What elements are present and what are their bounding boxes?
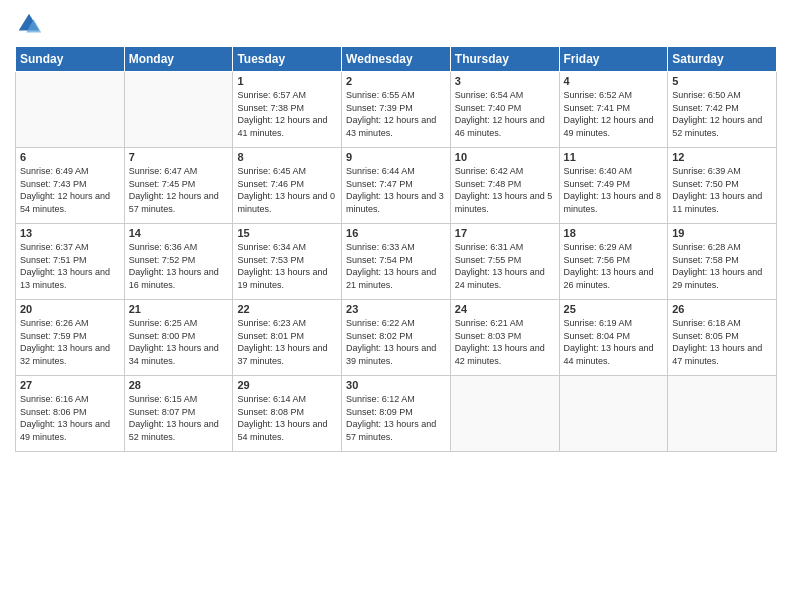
day-info: Sunrise: 6:47 AM Sunset: 7:45 PM Dayligh… [129,165,229,215]
day-number: 24 [455,303,555,315]
calendar-table: SundayMondayTuesdayWednesdayThursdayFrid… [15,46,777,452]
weekday-header: Friday [559,47,668,72]
day-number: 1 [237,75,337,87]
calendar-cell: 28Sunrise: 6:15 AM Sunset: 8:07 PM Dayli… [124,376,233,452]
weekday-header: Wednesday [342,47,451,72]
day-info: Sunrise: 6:19 AM Sunset: 8:04 PM Dayligh… [564,317,664,367]
day-number: 20 [20,303,120,315]
day-number: 21 [129,303,229,315]
calendar-cell [559,376,668,452]
day-info: Sunrise: 6:50 AM Sunset: 7:42 PM Dayligh… [672,89,772,139]
day-info: Sunrise: 6:55 AM Sunset: 7:39 PM Dayligh… [346,89,446,139]
day-info: Sunrise: 6:15 AM Sunset: 8:07 PM Dayligh… [129,393,229,443]
calendar-week-row: 6Sunrise: 6:49 AM Sunset: 7:43 PM Daylig… [16,148,777,224]
calendar-cell: 5Sunrise: 6:50 AM Sunset: 7:42 PM Daylig… [668,72,777,148]
day-info: Sunrise: 6:45 AM Sunset: 7:46 PM Dayligh… [237,165,337,215]
calendar-cell: 1Sunrise: 6:57 AM Sunset: 7:38 PM Daylig… [233,72,342,148]
day-number: 28 [129,379,229,391]
calendar-cell: 27Sunrise: 6:16 AM Sunset: 8:06 PM Dayli… [16,376,125,452]
day-info: Sunrise: 6:42 AM Sunset: 7:48 PM Dayligh… [455,165,555,215]
calendar-cell: 19Sunrise: 6:28 AM Sunset: 7:58 PM Dayli… [668,224,777,300]
calendar-cell: 20Sunrise: 6:26 AM Sunset: 7:59 PM Dayli… [16,300,125,376]
day-number: 6 [20,151,120,163]
calendar-header: SundayMondayTuesdayWednesdayThursdayFrid… [16,47,777,72]
calendar-body: 1Sunrise: 6:57 AM Sunset: 7:38 PM Daylig… [16,72,777,452]
day-info: Sunrise: 6:54 AM Sunset: 7:40 PM Dayligh… [455,89,555,139]
day-number: 22 [237,303,337,315]
day-number: 18 [564,227,664,239]
calendar-cell: 24Sunrise: 6:21 AM Sunset: 8:03 PM Dayli… [450,300,559,376]
day-info: Sunrise: 6:21 AM Sunset: 8:03 PM Dayligh… [455,317,555,367]
day-number: 4 [564,75,664,87]
calendar-cell: 16Sunrise: 6:33 AM Sunset: 7:54 PM Dayli… [342,224,451,300]
header [15,10,777,38]
calendar-cell: 14Sunrise: 6:36 AM Sunset: 7:52 PM Dayli… [124,224,233,300]
day-number: 10 [455,151,555,163]
calendar-cell: 4Sunrise: 6:52 AM Sunset: 7:41 PM Daylig… [559,72,668,148]
day-number: 23 [346,303,446,315]
day-info: Sunrise: 6:16 AM Sunset: 8:06 PM Dayligh… [20,393,120,443]
day-number: 8 [237,151,337,163]
day-info: Sunrise: 6:22 AM Sunset: 8:02 PM Dayligh… [346,317,446,367]
day-number: 29 [237,379,337,391]
calendar-cell: 9Sunrise: 6:44 AM Sunset: 7:47 PM Daylig… [342,148,451,224]
calendar-cell: 11Sunrise: 6:40 AM Sunset: 7:49 PM Dayli… [559,148,668,224]
logo-icon [15,10,43,38]
day-info: Sunrise: 6:34 AM Sunset: 7:53 PM Dayligh… [237,241,337,291]
day-info: Sunrise: 6:23 AM Sunset: 8:01 PM Dayligh… [237,317,337,367]
calendar-cell: 25Sunrise: 6:19 AM Sunset: 8:04 PM Dayli… [559,300,668,376]
calendar-week-row: 1Sunrise: 6:57 AM Sunset: 7:38 PM Daylig… [16,72,777,148]
day-info: Sunrise: 6:18 AM Sunset: 8:05 PM Dayligh… [672,317,772,367]
calendar-week-row: 13Sunrise: 6:37 AM Sunset: 7:51 PM Dayli… [16,224,777,300]
weekday-header: Sunday [16,47,125,72]
day-number: 5 [672,75,772,87]
day-number: 9 [346,151,446,163]
calendar-cell: 15Sunrise: 6:34 AM Sunset: 7:53 PM Dayli… [233,224,342,300]
day-info: Sunrise: 6:52 AM Sunset: 7:41 PM Dayligh… [564,89,664,139]
day-info: Sunrise: 6:37 AM Sunset: 7:51 PM Dayligh… [20,241,120,291]
day-number: 25 [564,303,664,315]
day-info: Sunrise: 6:44 AM Sunset: 7:47 PM Dayligh… [346,165,446,215]
calendar-week-row: 20Sunrise: 6:26 AM Sunset: 7:59 PM Dayli… [16,300,777,376]
day-info: Sunrise: 6:26 AM Sunset: 7:59 PM Dayligh… [20,317,120,367]
calendar-cell: 12Sunrise: 6:39 AM Sunset: 7:50 PM Dayli… [668,148,777,224]
day-number: 13 [20,227,120,239]
day-info: Sunrise: 6:29 AM Sunset: 7:56 PM Dayligh… [564,241,664,291]
day-info: Sunrise: 6:39 AM Sunset: 7:50 PM Dayligh… [672,165,772,215]
day-number: 19 [672,227,772,239]
day-info: Sunrise: 6:57 AM Sunset: 7:38 PM Dayligh… [237,89,337,139]
day-info: Sunrise: 6:25 AM Sunset: 8:00 PM Dayligh… [129,317,229,367]
weekday-header: Tuesday [233,47,342,72]
day-number: 17 [455,227,555,239]
day-number: 3 [455,75,555,87]
calendar-cell: 30Sunrise: 6:12 AM Sunset: 8:09 PM Dayli… [342,376,451,452]
day-info: Sunrise: 6:36 AM Sunset: 7:52 PM Dayligh… [129,241,229,291]
day-number: 15 [237,227,337,239]
day-info: Sunrise: 6:40 AM Sunset: 7:49 PM Dayligh… [564,165,664,215]
calendar-week-row: 27Sunrise: 6:16 AM Sunset: 8:06 PM Dayli… [16,376,777,452]
weekday-header: Monday [124,47,233,72]
day-info: Sunrise: 6:28 AM Sunset: 7:58 PM Dayligh… [672,241,772,291]
page: SundayMondayTuesdayWednesdayThursdayFrid… [0,0,792,612]
weekday-row: SundayMondayTuesdayWednesdayThursdayFrid… [16,47,777,72]
calendar-cell: 13Sunrise: 6:37 AM Sunset: 7:51 PM Dayli… [16,224,125,300]
day-info: Sunrise: 6:49 AM Sunset: 7:43 PM Dayligh… [20,165,120,215]
calendar-cell: 22Sunrise: 6:23 AM Sunset: 8:01 PM Dayli… [233,300,342,376]
day-number: 7 [129,151,229,163]
calendar-cell: 7Sunrise: 6:47 AM Sunset: 7:45 PM Daylig… [124,148,233,224]
day-number: 12 [672,151,772,163]
day-number: 11 [564,151,664,163]
calendar-cell [668,376,777,452]
calendar-cell [16,72,125,148]
day-number: 14 [129,227,229,239]
weekday-header: Thursday [450,47,559,72]
day-info: Sunrise: 6:12 AM Sunset: 8:09 PM Dayligh… [346,393,446,443]
calendar-cell: 10Sunrise: 6:42 AM Sunset: 7:48 PM Dayli… [450,148,559,224]
calendar-cell: 21Sunrise: 6:25 AM Sunset: 8:00 PM Dayli… [124,300,233,376]
weekday-header: Saturday [668,47,777,72]
day-number: 27 [20,379,120,391]
day-info: Sunrise: 6:33 AM Sunset: 7:54 PM Dayligh… [346,241,446,291]
day-number: 2 [346,75,446,87]
calendar-cell: 17Sunrise: 6:31 AM Sunset: 7:55 PM Dayli… [450,224,559,300]
calendar-cell: 26Sunrise: 6:18 AM Sunset: 8:05 PM Dayli… [668,300,777,376]
